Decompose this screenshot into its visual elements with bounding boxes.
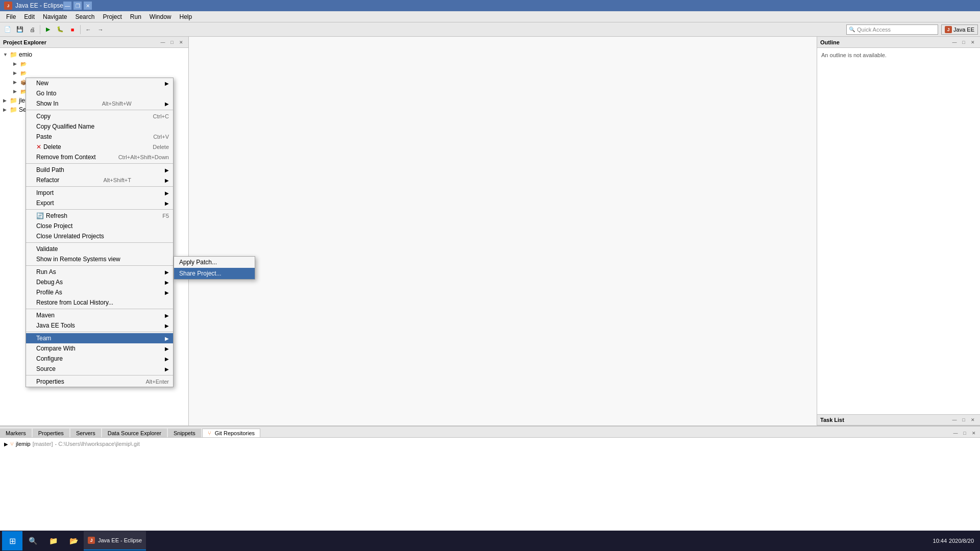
git-repo-item[interactable]: ▶ ⑂ jlemip [master] - C:\Users\lh\worksp… [2,440,978,448]
menu-window[interactable]: Window [145,12,176,21]
outline-header: Outline — □ ✕ [817,37,980,48]
ctx-java-ee-tools-arrow: ▶ [165,323,169,329]
menu-project[interactable]: Project [99,12,126,21]
close-button[interactable]: ✕ [84,2,92,10]
toolbar-save-btn[interactable]: 💾 [14,24,26,35]
team-submenu: Apply Patch... Share Project... [174,256,255,280]
outline-minimize-btn[interactable]: — [950,38,959,46]
ctx-refresh[interactable]: 🔄 Refresh F5 [26,211,173,221]
ctx-show-remote[interactable]: Show in Remote Systems view [26,254,173,264]
ctx-java-ee-tools-label: Java EE Tools [36,322,75,329]
pe-minimize-btn[interactable]: — [159,38,167,46]
ctx-sep-4 [26,209,173,210]
toolbar-forward-btn[interactable]: → [95,24,106,35]
tree-item-emio[interactable]: ▼ 📁 emio [2,50,186,59]
ctx-validate[interactable]: Validate [26,244,173,254]
quick-access-box[interactable]: 🔍 Quick Access [846,24,938,35]
ctx-configure[interactable]: Configure ▶ [26,354,173,364]
tree-arrow-sub1: ▶ [13,61,19,66]
taskbar-right: 10:44 2020/8/20 [933,538,978,544]
bottom-minimize-btn[interactable]: — [951,429,960,437]
ctx-team[interactable]: Team ▶ [26,333,173,343]
ctx-profile-as-label: Profile As [36,289,62,296]
tab-git-repositories[interactable]: ⑂ Git Repositories [202,429,260,437]
team-apply-patch[interactable]: Apply Patch... [174,257,255,268]
ctx-debug-as[interactable]: Debug As ▶ [26,277,173,287]
outline-close-btn[interactable]: ✕ [969,38,977,46]
ctx-restore-history[interactable]: Restore from Local History... [26,297,173,308]
ctx-copy-qualified[interactable]: Copy Qualified Name [26,121,173,132]
bottom-maximize-btn[interactable]: □ [961,429,969,437]
tab-data-source-explorer[interactable]: Data Source Explorer [102,429,167,437]
toolbar-debug-btn[interactable]: 🐛 [55,24,66,35]
pe-maximize-btn[interactable]: □ [168,38,176,46]
taskbar-workspace-btn[interactable]: 📂 [63,531,84,550]
right-panel: Outline — □ ✕ An outline is not availabl… [817,37,980,425]
ctx-build-path[interactable]: Build Path ▶ [26,165,173,175]
ctx-compare-with[interactable]: Compare With ▶ [26,343,173,354]
taskbar-eclipse-btn[interactable]: J Java EE - Eclipse [84,531,146,550]
java-ee-perspective-btn[interactable]: J Java EE [941,24,978,35]
ctx-export[interactable]: Export ▶ [26,198,173,208]
tab-servers[interactable]: Servers [70,429,101,437]
tab-properties[interactable]: Properties [33,429,69,437]
toolbar-run-btn[interactable]: ▶ [42,24,54,35]
tab-markers[interactable]: Markers [0,429,32,437]
menu-navigate[interactable]: Navigate [39,12,71,21]
outline-message: An outline is not available. [821,52,887,58]
ctx-paste-label: Paste [36,133,52,140]
ctx-copy[interactable]: Copy Ctrl+C [26,111,173,121]
task-maximize-btn[interactable]: □ [960,416,968,424]
task-minimize-btn[interactable]: — [950,416,959,424]
toolbar-back-btn[interactable]: ← [83,24,94,35]
taskbar-search-btn[interactable]: 🔍 [22,531,43,550]
ctx-delete[interactable]: ✕ Delete Delete [26,142,173,152]
task-close-btn[interactable]: ✕ [969,416,977,424]
tree-item-emio-sub1[interactable]: ▶ 📂 [12,59,186,68]
menu-file[interactable]: File [2,12,20,21]
ctx-close-unrelated[interactable]: Close Unrelated Projects [26,231,173,241]
team-share-project[interactable]: Share Project... [174,268,255,279]
taskbar-git-btn[interactable]: 📁 [43,531,63,550]
ctx-configure-arrow: ▶ [165,356,169,362]
toolbar-sep-2 [80,25,81,34]
tree-arrow-sub2: ▶ [13,70,19,76]
restore-button[interactable]: ❐ [74,2,82,10]
git-repo-branch: [master] [33,441,53,447]
ctx-source[interactable]: Source ▶ [26,364,173,374]
bottom-close-btn[interactable]: ✕ [970,429,978,437]
ctx-properties[interactable]: Properties Alt+Enter [26,377,173,387]
ctx-new[interactable]: New ▶ [26,78,173,88]
ctx-java-ee-tools[interactable]: Java EE Tools ▶ [26,320,173,331]
ctx-refactor[interactable]: Refactor Alt+Shift+T ▶ [26,175,173,185]
ctx-show-in[interactable]: Show In Alt+Shift+W ▶ [26,98,173,109]
ctx-paste[interactable]: Paste Ctrl+V [26,132,173,142]
menu-help[interactable]: Help [176,12,197,21]
toolbar-print-btn[interactable]: 🖨 [27,24,38,35]
ctx-close-project[interactable]: Close Project [26,221,173,231]
tree-item-emio-sub2[interactable]: ▶ 📂 [12,68,186,78]
menu-edit[interactable]: Edit [20,12,39,21]
ctx-new-arrow: ▶ [165,81,169,86]
menu-search[interactable]: Search [71,12,99,21]
ctx-run-as[interactable]: Run As ▶ [26,267,173,277]
ctx-import[interactable]: Import ▶ [26,188,173,198]
taskbar-start-btn[interactable]: ⊞ [2,531,22,550]
project-explorer-title: Project Explorer [3,39,46,45]
tree-arrow-sub4: ▶ [13,89,19,94]
menu-run[interactable]: Run [126,12,145,21]
toolbar-sep-1 [40,25,40,34]
ctx-go-into[interactable]: Go Into [26,88,173,98]
toolbar-new-btn[interactable]: 📄 [2,24,13,35]
ctx-profile-as[interactable]: Profile As ▶ [26,287,173,297]
git-repo-name: jlemip [16,441,31,447]
tab-snippets[interactable]: Snippets [168,429,201,437]
ctx-maven[interactable]: Maven ▶ [26,310,173,320]
pe-close-btn[interactable]: ✕ [177,38,185,46]
git-repo-path: - C:\Users\lh\workspace\jlemip\.git [55,441,139,447]
toolbar-stop-btn[interactable]: ■ [67,24,78,35]
ctx-remove-from-context[interactable]: Remove from Context Ctrl+Alt+Shift+Down [26,152,173,162]
ctx-run-as-arrow: ▶ [165,269,169,275]
outline-maximize-btn[interactable]: □ [960,38,968,46]
minimize-button[interactable]: — [63,2,71,10]
